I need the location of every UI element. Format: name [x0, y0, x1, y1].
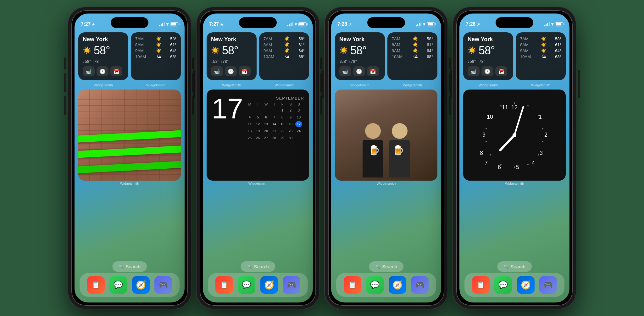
clock-minute-hand-4	[514, 107, 523, 135]
widgetsmith-label-1a: Widgetsmith	[78, 83, 128, 87]
phone-frame-4: 7:28 ↗ ▾ New York ☀️ 58°	[453, 7, 576, 309]
svg-point-1	[527, 105, 529, 106]
mini-icon-clock-3: 🕐	[353, 66, 365, 76]
weather-widget-left-3[interactable]: New York ☀️ 58° ↓58° ↑78° 🐋 🕐 📅	[335, 32, 385, 80]
hourly-row-1-3: 9AM ☀️ 64°	[135, 48, 176, 53]
phone-1: 7:27 ★ ▾ New York ☀️ 58°	[68, 7, 191, 309]
hourly-row-3-4: 10AM 🌤 68°	[392, 54, 433, 59]
widgets-area-2: New York ☀️ 58° ↓58° ↑78° 🐋 🕐 📅	[207, 32, 309, 188]
svg-point-7	[514, 166, 515, 168]
mini-icon-whale-1: 🐋	[83, 66, 95, 76]
mini-icon-cal-1: 📅	[110, 66, 122, 76]
dock-4: 📋 💬 🧭 🎮	[464, 273, 564, 297]
signal-icon-1	[159, 22, 165, 26]
safari-icon-3: 🧭	[392, 280, 402, 290]
dock-app-safari-4[interactable]: 🧭	[517, 276, 535, 294]
widgets-area-3: New York ☀️ 58° ↓58° ↑78° 🐋 🕐 📅	[335, 32, 437, 188]
temp-display-3: 58°	[350, 44, 366, 57]
search-bar-2[interactable]: 🔍 Search	[241, 261, 275, 272]
dynamic-island-4	[496, 17, 533, 28]
men-figures-3	[335, 90, 437, 181]
dock-app-reminders-2[interactable]: 📋	[215, 276, 233, 294]
dock-app-discord-1[interactable]: 🎮	[154, 276, 172, 294]
cal-day-big-2: 17	[212, 95, 243, 123]
dock-app-discord-2[interactable]: 🎮	[283, 276, 300, 294]
svg-point-9	[490, 154, 491, 155]
dock-app-discord-4[interactable]: 🎮	[539, 276, 557, 294]
weather-widget-right-1[interactable]: 7AM ☀️ 58° 8AM ☀️ 61° 9AM ☀️ 64°	[131, 32, 181, 80]
widgetsmith-label-2b: Widgetsmith	[259, 83, 309, 87]
dock-app-safari-1[interactable]: 🧭	[132, 276, 150, 294]
weather-widget-left-2[interactable]: New York ☀️ 58° ↓58° ↑78° 🐋 🕐 📅	[207, 32, 257, 80]
hourly-row-4-4: 10AM 🌤 68°	[520, 54, 561, 59]
clock-hour-hand-4	[500, 135, 514, 150]
dock-app-safari-2[interactable]: 🧭	[260, 276, 278, 294]
wifi-icon-2: ▾	[295, 22, 297, 27]
volume-down-4	[449, 96, 451, 115]
weather-widget-left-4[interactable]: New York ☀️ 58° ↓58° ↑78° 🐋 🕐 📅	[463, 32, 513, 80]
wifi-icon-4: ▾	[551, 22, 553, 27]
dock-app-safari-3[interactable]: 🧭	[389, 276, 406, 294]
search-bar-1[interactable]: 🔍 Search	[112, 261, 147, 272]
widgetsmith-label-4b: Widgetsmith	[516, 83, 566, 87]
photo-widget-1[interactable]	[78, 90, 181, 181]
phone-frame-2: 7:27 ★ ▾ New York ☀️ 58°	[197, 7, 319, 309]
calendar-widget-2[interactable]: 17 SEPTEMBER M T W T F	[207, 90, 309, 181]
person2-head	[392, 123, 408, 139]
temp-display-4: 58°	[479, 44, 495, 57]
temp-main-4: ☀️ 58°	[468, 44, 509, 57]
weather-row-3: New York ☀️ 58° ↓58° ↑78° 🐋 🕐 📅	[335, 32, 437, 80]
widgetsmith-label-4a: Widgetsmith	[463, 83, 513, 87]
phone-3: 7:28 ↗ ▾ New York ☀️ 58°	[325, 7, 447, 309]
weather-widget-right-3[interactable]: 7AM ☀️ 58° 8AM ☀️ 61° 9AM ☀️ 64°	[387, 32, 437, 80]
clock-svg-4: 12 1 2 3 4 5 6 7 8 9 10 11	[477, 97, 552, 173]
sun-icon-1: ☀️	[83, 46, 91, 55]
dock-app-reminders-3[interactable]: 📋	[344, 276, 361, 294]
volume-up-1	[64, 73, 66, 92]
weather-widget-left-1[interactable]: New York ☀️ 58° ↓58° ↑78° 🐋 🕐 📅	[78, 32, 128, 80]
dock-app-messages-3[interactable]: 💬	[366, 276, 384, 294]
sun-icon-2: ☀️	[211, 46, 219, 55]
weather-widget-right-2[interactable]: 7AM ☀️ 58° 8AM ☀️ 61° 9AM ☀️ 64°	[259, 32, 309, 80]
reminders-icon-1: 📋	[92, 281, 100, 289]
status-time-2: 7:27 ★	[209, 21, 223, 27]
dock-app-discord-3[interactable]: 🎮	[411, 276, 429, 294]
city-name-4: New York	[468, 36, 509, 43]
dock-app-reminders-4[interactable]: 📋	[472, 276, 490, 294]
search-bar-3[interactable]: 🔍 Search	[369, 261, 403, 272]
widgets-area-1: New York ☀️ 58° ↓58° ↑78° 🐋 🕐 📅	[78, 32, 181, 188]
clock-num-12: 12	[511, 104, 518, 111]
photo-widget-3[interactable]: 🍺 🍺	[335, 90, 437, 181]
search-icon-1: 🔍	[119, 264, 124, 269]
discord-icon-3: 🎮	[415, 281, 425, 289]
search-icon-3: 🔍	[375, 264, 380, 269]
city-name-2: New York	[211, 36, 252, 43]
temp-main-3: ☀️ 58°	[339, 44, 380, 57]
volume-up-4	[449, 73, 451, 92]
widget-bottom-icons-2: 🐋 🕐 📅	[211, 66, 252, 76]
dock-app-messages-4[interactable]: 💬	[494, 276, 512, 294]
volume-down-2	[192, 96, 194, 115]
mini-icon-cal-4: 📅	[495, 66, 507, 76]
battery-icon-2	[298, 22, 307, 26]
dock-app-reminders-1[interactable]: 📋	[87, 276, 105, 294]
hourly-row-2-4: 10AM 🌤 68°	[264, 54, 305, 59]
phone-screen-3: 7:28 ↗ ▾ New York ☀️ 58°	[331, 14, 441, 302]
widget-labels-row-2: Widgetsmith Widgetsmith	[207, 83, 309, 90]
dock-app-messages-1[interactable]: 💬	[109, 276, 127, 294]
weather-widget-right-4[interactable]: 7AM ☀️ 58° 8AM ☀️ 61° 9AM ☀️ 64°	[516, 32, 566, 80]
phone-screen-2: 7:27 ★ ▾ New York ☀️ 58°	[203, 14, 313, 302]
reminders-icon-3: 📋	[348, 281, 357, 289]
weather-row-2: New York ☀️ 58° ↓58° ↑78° 🐋 🕐 📅	[207, 32, 309, 80]
cal-grid-2: M T W T F S S	[246, 102, 304, 141]
clock-widget-4[interactable]: 12 1 2 3 4 5 6 7 8 9 10 11	[463, 90, 566, 181]
clock-num-5: 5	[516, 164, 519, 170]
dock-1: 📋 💬 🧭 🎮	[80, 273, 180, 297]
volume-down-3	[320, 96, 322, 115]
dock-app-messages-2[interactable]: 💬	[238, 276, 255, 294]
hourly-row-4-2: 8AM ☀️ 61°	[520, 42, 561, 47]
mini-icon-cal-3: 📅	[367, 66, 379, 76]
mini-icon-whale-4: 🐋	[468, 66, 480, 76]
safari-icon-1: 🧭	[136, 280, 146, 290]
search-bar-4[interactable]: 🔍 Search	[497, 261, 532, 272]
